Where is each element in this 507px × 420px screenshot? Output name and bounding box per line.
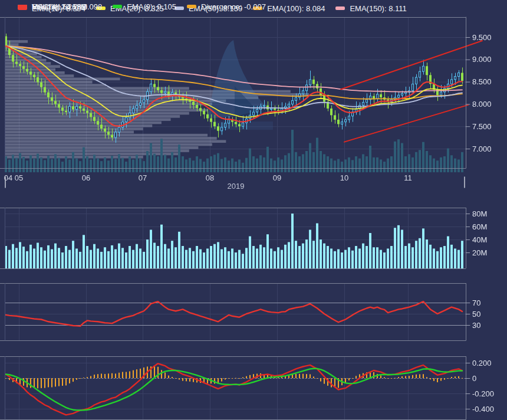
ema9-label: EMA(9): 0.105 <box>127 2 176 11</box>
divergence-swatch <box>187 5 196 8</box>
ema9-swatch <box>113 5 122 8</box>
divergence-label: Divergence: -0.007 <box>201 2 266 11</box>
legend-item-macd[interactable]: MACD(12,26): 0.098 <box>18 2 102 11</box>
legend-item-ema9[interactable]: EMA(9): 0.105 <box>113 2 176 11</box>
rsi-chart-canvas[interactable] <box>0 283 507 342</box>
macd-chart-canvas[interactable] <box>0 356 507 420</box>
legend-item-divergence[interactable]: Divergence: -0.007 <box>187 2 266 11</box>
macd-legend: MACD(12,26): 0.098 EMA(9): 0.105 Diverge… <box>0 0 507 13</box>
macd-label: MACD(12,26): 0.098 <box>32 2 102 11</box>
macd-swatch <box>18 5 27 8</box>
trading-chart-screen: EMA(10): 8.394 EMA(20): 8.325 EMA(50): 8… <box>0 0 507 420</box>
volume-chart-canvas[interactable] <box>0 208 507 270</box>
price-chart-canvas[interactable] <box>0 17 507 196</box>
